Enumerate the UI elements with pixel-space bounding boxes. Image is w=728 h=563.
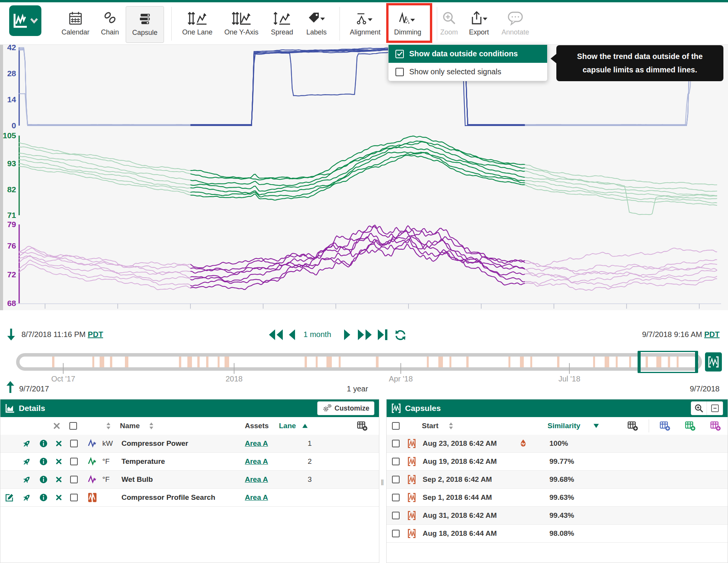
unchecked-checkbox-icon[interactable]	[395, 68, 404, 76]
capsule-row-2[interactable]: Aug 19, 2018 6:42 AM99.77%	[387, 453, 728, 471]
info-icon[interactable]	[39, 494, 48, 502]
y-tick-label: 72	[7, 270, 16, 279]
checked-checkbox-icon[interactable]	[395, 50, 404, 58]
details-row-compressor-profile-search[interactable]: Compressor Profile SearchArea A	[0, 489, 379, 507]
display-range-start[interactable]: 8/7/2018 11:16 PM PDT	[21, 330, 103, 339]
step-back-button[interactable]	[288, 329, 296, 341]
timeline-selection-region[interactable]	[638, 351, 698, 373]
row-checkbox[interactable]	[70, 494, 78, 501]
display-range-end[interactable]: 9/7/2018 9:16 AM PDT	[642, 330, 720, 339]
asset-swap-rocket-icon[interactable]	[23, 457, 31, 466]
column-header-start[interactable]: Start	[422, 422, 438, 430]
investigate-range-start: 9/7/2017	[19, 385, 49, 393]
details-row-compressor-power[interactable]: kWCompressor PowerArea A1	[0, 435, 379, 453]
remove-all-icon[interactable]	[53, 422, 60, 429]
timeline-capsule-button[interactable]	[705, 352, 722, 372]
capsule-row-6[interactable]: Aug 18, 2018 6:44 AM98.08%	[387, 525, 728, 543]
row-checkbox[interactable]	[392, 530, 400, 537]
refresh-icon[interactable]	[395, 329, 406, 341]
row-checkbox[interactable]	[392, 458, 400, 465]
menu-item-show-only-selected-signals[interactable]: Show only selected signals	[389, 63, 547, 81]
row-checkbox[interactable]	[70, 440, 78, 447]
start-timezone-link[interactable]: PDT	[88, 330, 103, 339]
details-row-temperature[interactable]: °FTemperatureArea A2	[0, 453, 379, 471]
remove-icon[interactable]	[56, 458, 62, 465]
select-all-capsules-checkbox[interactable]	[392, 422, 400, 430]
details-row-wet-bulb[interactable]: °FWet BulbArea A3	[0, 471, 379, 489]
collapse-panel-button[interactable]	[707, 401, 723, 415]
capsule-row-5[interactable]: Aug 31, 2018 6:42 AM99.43%	[387, 507, 728, 525]
capsule-start: Aug 23, 2018 6:42 AM	[423, 439, 497, 448]
zoom-to-capsule-button[interactable]	[691, 401, 707, 415]
pan-up-arrow-icon[interactable]	[5, 380, 15, 394]
customize-button[interactable]: Customize	[317, 401, 374, 415]
sort-ascending-icon[interactable]	[302, 424, 308, 428]
row-checkbox[interactable]	[392, 494, 400, 501]
capsule-row-3[interactable]: Sep 2, 2018 6:42 AM99.68%	[387, 471, 728, 489]
remove-icon[interactable]	[56, 494, 62, 501]
toolbar-button-one-lane[interactable]: One Lane	[176, 6, 218, 43]
asset-swap-rocket-icon[interactable]	[23, 475, 31, 484]
add-signal-column-icon-green[interactable]	[685, 421, 695, 431]
timeline-capsule-stripe	[530, 357, 532, 367]
step-forward-half-button[interactable]	[357, 329, 372, 341]
toolbar-button-one-y-axis[interactable]: One Y-Axis	[220, 6, 262, 43]
asset-link[interactable]: Area A	[245, 457, 268, 466]
timeline-capsule-stripe	[100, 357, 104, 367]
add-signal-column-icon-blue[interactable]	[659, 421, 670, 431]
add-column-icon[interactable]	[357, 421, 367, 431]
step-to-end-button[interactable]	[377, 329, 389, 341]
asset-link[interactable]: Area A	[245, 475, 268, 484]
info-icon[interactable]	[39, 440, 48, 448]
row-checkbox[interactable]	[70, 458, 78, 465]
add-signal-column-icon-magenta[interactable]	[710, 421, 721, 431]
toolbar-button-alignment[interactable]: Alignment	[344, 6, 386, 43]
trend-chart[interactable]: -8h-4h0.04h8h12h16h20h1d1d 04h4228140105…	[0, 44, 728, 310]
toolbar-button-chain[interactable]: Chain	[89, 6, 131, 43]
step-back-half-button[interactable]	[268, 329, 284, 341]
capsule-row-4[interactable]: Sep 1, 2018 6:44 AM99.63%	[387, 489, 728, 507]
capsule-row-1[interactable]: Aug 23, 2018 6:42 AM100%	[387, 435, 728, 453]
toolbar-button-dimming[interactable]: Dimming	[387, 6, 429, 43]
timeline-capsule-stripe	[520, 357, 524, 367]
end-timezone-link[interactable]: PDT	[704, 330, 720, 339]
pan-down-arrow-icon[interactable]	[6, 328, 16, 342]
toolbar-button-export[interactable]: Export	[460, 6, 498, 43]
item-name: Compressor Profile Search	[121, 493, 215, 502]
edit-icon[interactable]	[5, 493, 14, 502]
asset-swap-rocket-icon[interactable]	[23, 493, 31, 502]
timeline-capsule-stripe	[616, 357, 618, 367]
toolbar-button-capsule[interactable]: Capsule	[126, 6, 164, 43]
capsule-similarity: 98.08%	[549, 529, 574, 538]
toolbar-label-alignment: Alignment	[344, 28, 386, 36]
column-header-assets[interactable]: Assets	[245, 422, 269, 430]
timeline-track[interactable]	[16, 353, 702, 371]
info-icon[interactable]	[39, 458, 48, 466]
panel-splitter-handle[interactable]: ‖	[379, 475, 386, 490]
column-header-name[interactable]: Name	[120, 422, 140, 430]
row-checkbox[interactable]	[392, 512, 400, 519]
remove-icon[interactable]	[56, 440, 62, 447]
row-checkbox[interactable]	[70, 476, 78, 483]
investigate-range-duration[interactable]: 1 year	[347, 385, 368, 393]
asset-swap-rocket-icon[interactable]	[23, 439, 31, 448]
info-icon[interactable]	[39, 476, 48, 484]
toolbar-button-labels[interactable]: Labels	[295, 6, 338, 43]
sort-descending-icon[interactable]	[594, 424, 599, 428]
sort-icon[interactable]	[449, 422, 453, 430]
asset-link[interactable]: Area A	[245, 439, 268, 448]
view-selector-button[interactable]	[9, 5, 41, 36]
row-checkbox[interactable]	[392, 440, 400, 447]
add-column-icon[interactable]	[627, 421, 638, 431]
sort-icon[interactable]	[149, 422, 154, 430]
column-header-similarity[interactable]: Similarity	[548, 422, 580, 430]
sort-icon[interactable]	[106, 422, 111, 430]
menu-item-show-data-outside-conditions[interactable]: Show data outside conditions	[389, 45, 547, 63]
step-size-label[interactable]: 1 month	[303, 330, 331, 339]
step-forward-button[interactable]	[343, 329, 351, 341]
select-all-checkbox[interactable]	[69, 422, 77, 430]
row-checkbox[interactable]	[392, 476, 400, 483]
remove-icon[interactable]	[56, 476, 62, 483]
column-header-lane[interactable]: Lane	[279, 422, 296, 430]
asset-link[interactable]: Area A	[245, 493, 268, 502]
